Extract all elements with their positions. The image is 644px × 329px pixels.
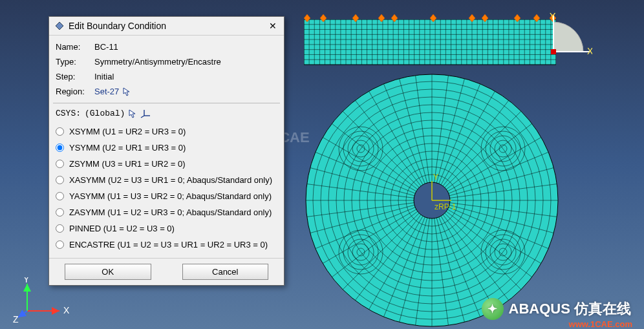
edit-bc-dialog: Edit Boundary Condition ✕ Name: BC-11 Ty… [48, 16, 284, 286]
bc-option-label: XASYMM (U2 = U3 = UR1 = 0; Abaqus/Standa… [69, 175, 272, 185]
bc-option-radio[interactable] [56, 240, 64, 249]
rp-label: RP-1 [438, 202, 456, 211]
pick-region-icon[interactable] [123, 87, 131, 96]
ok-button[interactable]: OK [65, 264, 151, 280]
step-label: Step: [56, 72, 94, 81]
bc-option-label: ENCASTRE (U1 = U2 = U3 = UR1 = UR2 = UR3… [69, 240, 268, 249]
bc-option-radio[interactable] [56, 208, 64, 217]
bc-option-radio[interactable] [56, 192, 64, 200]
bc-option-label: YSYMM (U2 = UR1 = UR3 = 0) [69, 143, 186, 153]
bc-option-radio[interactable] [56, 224, 64, 233]
bc-option-row[interactable]: YSYMM (U2 = UR1 = UR3 = 0) [56, 140, 277, 156]
svg-line-151 [141, 116, 144, 118]
bc-option-label: XSYMM (U1 = UR2 = UR3 = 0) [69, 127, 186, 136]
datum-csys-icon[interactable] [140, 109, 151, 118]
bc-option-radio[interactable] [56, 127, 64, 136]
view-compass[interactable]: X Y [547, 13, 592, 58]
type-label: Type: [56, 57, 94, 67]
bc-icon [54, 21, 65, 31]
disc-mesh: Y zRP-1 [303, 71, 561, 329]
bc-option-radio[interactable] [56, 160, 64, 168]
region-value: Set-27 [94, 87, 119, 96]
type-value: Symmetry/Antisymmetry/Encastre [94, 57, 221, 67]
bc-option-row[interactable]: YASYMM (U1 = U3 = UR2 = 0; Abaqus/Standa… [56, 188, 277, 204]
bc-option-label: YASYMM (U1 = U3 = UR2 = 0; Abaqus/Standa… [69, 191, 272, 201]
bc-option-row[interactable]: XSYMM (U1 = UR2 = UR3 = 0) [56, 123, 277, 140]
svg-text:zRP-1: zRP-1 [435, 202, 456, 211]
region-label: Region: [56, 87, 94, 96]
triad-z-label: Z [13, 314, 19, 323]
bc-option-label: ZASYMM (U1 = U2 = UR3 = 0; Abaqus/Standa… [69, 207, 272, 217]
bc-type-radiogroup: XSYMM (U1 = UR2 = UR3 = 0)YSYMM (U2 = UR… [49, 122, 284, 258]
compass-x-label: X [587, 46, 592, 56]
bc-markers [304, 13, 556, 26]
svg-line-148 [18, 311, 27, 317]
triad-y-label: Y [23, 277, 30, 284]
url-watermark: www.1CAE.com [569, 319, 632, 329]
bc-option-row[interactable]: XASYMM (U2 = U3 = UR1 = 0; Abaqus/Standa… [56, 172, 277, 188]
dialog-title: Edit Boundary Condition [69, 21, 267, 31]
csys-value: (Global) [85, 109, 125, 118]
bc-option-row[interactable]: ENCASTRE (U1 = U2 = U3 = UR1 = UR2 = UR3… [56, 237, 277, 253]
cancel-button[interactable]: Cancel [182, 264, 269, 280]
triad-x-label: X [63, 305, 70, 315]
bc-option-label: ZSYMM (U3 = UR1 = UR2 = 0) [69, 159, 186, 169]
bc-option-row[interactable]: ZSYMM (U3 = UR1 = UR2 = 0) [56, 156, 277, 172]
svg-rect-145 [551, 49, 556, 54]
name-label: Name: [56, 42, 94, 52]
bc-option-row[interactable]: PINNED (U1 = U2 = U3 = 0) [56, 220, 277, 237]
brand-watermark: ✦ ABAQUS 仿真在线 [482, 298, 631, 320]
wechat-icon: ✦ [482, 298, 504, 320]
pick-csys-icon[interactable] [129, 109, 136, 118]
dialog-titlebar[interactable]: Edit Boundary Condition ✕ [49, 17, 284, 36]
csys-label: CSYS: [56, 109, 81, 118]
bc-option-row[interactable]: ZASYMM (U1 = U2 = UR3 = 0; Abaqus/Standa… [56, 204, 277, 220]
mini-axis-y-label: Y [433, 173, 438, 182]
bc-option-label: PINNED (U1 = U2 = U3 = 0) [69, 224, 175, 233]
compass-y-label: Y [550, 13, 556, 21]
rect-mesh [304, 19, 556, 71]
name-value: BC-11 [94, 42, 118, 52]
brand-text: ABAQUS 仿真在线 [509, 299, 631, 319]
step-value: Initial [94, 72, 114, 81]
bc-option-radio[interactable] [56, 143, 64, 152]
bc-option-radio[interactable] [56, 176, 64, 184]
close-icon[interactable]: ✕ [267, 21, 279, 31]
